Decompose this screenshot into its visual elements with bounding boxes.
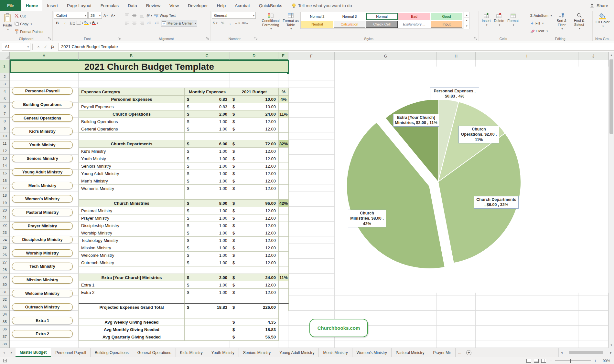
merge-center-button[interactable]: Merge & Center▾	[161, 20, 197, 26]
cell-E18[interactable]	[278, 192, 289, 200]
cell-B26[interactable]: Welcome Ministry	[79, 251, 185, 259]
cell-D25[interactable]: $12.00	[230, 244, 279, 252]
column-header-h[interactable]: H	[437, 52, 476, 60]
cell-D30[interactable]: $12.00	[230, 281, 279, 289]
shape-button-discipleship-ministry[interactable]: Discipleship Ministry	[12, 236, 73, 243]
cell-E12[interactable]	[278, 147, 289, 155]
cell-D16[interactable]: $12.00	[230, 177, 279, 185]
insert-function-button[interactable]: fx	[49, 43, 56, 51]
cell-C17[interactable]: $1.00	[184, 184, 230, 192]
zoom-slider[interactable]	[555, 359, 591, 363]
clear-button[interactable]: Clear▾	[529, 27, 553, 34]
cell-D13[interactable]: $12.00	[230, 155, 279, 162]
sheet-tab-prayer-mir[interactable]: Prayer Mir	[429, 348, 456, 357]
cell-C6[interactable]: $0.83	[184, 103, 230, 110]
cell-C24[interactable]: $1.00	[184, 236, 230, 244]
cell-B16[interactable]: Men's Ministry	[79, 177, 185, 185]
page-break-view-button[interactable]	[541, 359, 546, 363]
zoom-out-button[interactable]: −	[549, 358, 553, 363]
cell-C21[interactable]: $1.00	[184, 214, 230, 222]
cell-C34[interactable]	[184, 311, 230, 318]
cell-D21[interactable]: $12.00	[230, 214, 279, 222]
number-dialog-launcher[interactable]	[254, 36, 258, 40]
row-header-4[interactable]: 4	[0, 88, 9, 95]
cell-D26[interactable]: $12.00	[230, 251, 279, 259]
cell-B4[interactable]: Expenses Category	[79, 88, 185, 96]
row-header-36[interactable]: 36	[0, 326, 9, 333]
gallery-down-icon[interactable]: ▼	[464, 18, 469, 23]
cell-B10[interactable]	[79, 132, 185, 140]
cell-B25[interactable]: Mission Ministry	[79, 244, 185, 252]
row-header-1[interactable]: 1	[0, 60, 9, 73]
cell-E4[interactable]: %	[278, 88, 289, 96]
cell-C20[interactable]: $1.00	[184, 207, 230, 214]
cell-D24[interactable]: $12.00	[230, 236, 279, 244]
sheet-tab-personnel-payroll[interactable]: Personnel-Payroll	[51, 348, 91, 357]
row-header-24[interactable]: 24	[0, 236, 9, 244]
cell-D29[interactable]: $24.00	[230, 274, 279, 281]
cell-B14[interactable]: Seniors Ministry	[79, 162, 185, 170]
row-header-30[interactable]: 30	[0, 281, 9, 288]
row-header-32[interactable]: 32	[0, 296, 9, 303]
enter-formula-button[interactable]: ✓	[42, 43, 49, 51]
cell-B6[interactable]: Payroll Expenses	[79, 103, 185, 110]
horizontal-scroll-track[interactable]	[565, 350, 608, 355]
cell-C19[interactable]: $8.00	[184, 199, 230, 207]
italic-button[interactable]: I	[61, 20, 68, 26]
cell-C16[interactable]: $1.00	[184, 177, 230, 185]
cell-E30[interactable]	[278, 281, 289, 289]
cell-B20[interactable]: Pastoral Ministry	[79, 207, 185, 214]
row-header-6[interactable]: 6	[0, 103, 9, 110]
paste-dropdown-arrow[interactable]: ▾	[7, 28, 8, 31]
row-header-27[interactable]: 27	[0, 259, 9, 266]
ribbon-tab-page-layout[interactable]: Page Layout	[62, 0, 96, 11]
styles-dialog-launcher[interactable]	[474, 36, 478, 40]
cell-C15[interactable]: $1.00	[184, 170, 230, 177]
cell-E16[interactable]	[278, 177, 289, 185]
cell-style-input[interactable]: Input	[431, 21, 462, 28]
font-name-combo[interactable]: Calibri▾	[54, 12, 88, 19]
cell-style-bad[interactable]: Bad	[398, 13, 430, 20]
cell-B37[interactable]: Avg Quarterly Giving Needed	[79, 333, 185, 341]
row-header-38[interactable]: 38	[0, 340, 9, 348]
column-header-f[interactable]: F	[288, 52, 335, 60]
row-header-14[interactable]: 14	[0, 162, 9, 170]
cell-B12[interactable]: Kid's Ministry	[79, 147, 185, 155]
cell-E22[interactable]	[278, 222, 289, 229]
shape-button-outreach-ministry[interactable]: Outreach Ministry	[12, 303, 73, 311]
select-all-corner[interactable]	[0, 52, 10, 60]
align-center-button[interactable]	[131, 20, 138, 26]
ribbon-tab-quickbooks[interactable]: QuickBooks	[254, 0, 287, 11]
row-header-2[interactable]: 2	[0, 73, 9, 80]
cell-E23[interactable]	[278, 229, 289, 237]
cell-D11[interactable]: $72.00	[230, 140, 279, 148]
cell-D27[interactable]: $12.00	[230, 259, 279, 266]
column-header-i[interactable]: I	[476, 52, 578, 60]
insert-cells-button[interactable]: Insert▾	[480, 12, 492, 27]
increase-indent-button[interactable]	[153, 20, 160, 26]
add-sheet-button[interactable]: +	[464, 348, 473, 357]
format-cells-button[interactable]: Format▾	[506, 12, 520, 27]
cell-D10[interactable]	[230, 132, 279, 140]
row-header-19[interactable]: 19	[0, 199, 9, 207]
row-header-22[interactable]: 22	[0, 222, 9, 229]
cell-B30[interactable]: Extra 1	[79, 281, 185, 289]
cell-D4[interactable]: 2021 Budget	[230, 88, 279, 96]
row-header-17[interactable]: 17	[0, 184, 9, 192]
fill-color-button[interactable]: ▾	[84, 20, 91, 26]
horizontal-scroll-thumb[interactable]	[569, 351, 603, 354]
autosum-button[interactable]: ΣAutoSum▾	[529, 12, 553, 19]
clipboard-dialog-launcher[interactable]	[48, 36, 51, 40]
cell-C8[interactable]: $1.00	[184, 118, 230, 125]
cell-B34[interactable]	[79, 311, 185, 318]
tab-scroll-right-button[interactable]: ►	[8, 348, 16, 357]
cell-D23[interactable]: $12.00	[230, 229, 279, 237]
align-middle-button[interactable]	[131, 12, 138, 19]
share-button[interactable]: Share	[584, 0, 614, 11]
ribbon-tab-data[interactable]: Data	[123, 0, 142, 11]
ribbon-tab-insert[interactable]: Insert	[42, 0, 62, 11]
row-header-11[interactable]: 11	[0, 140, 9, 147]
cell-D28[interactable]	[230, 266, 279, 274]
cell-E29[interactable]: 11%	[278, 274, 289, 281]
percent-style-button[interactable]: %	[219, 20, 226, 26]
